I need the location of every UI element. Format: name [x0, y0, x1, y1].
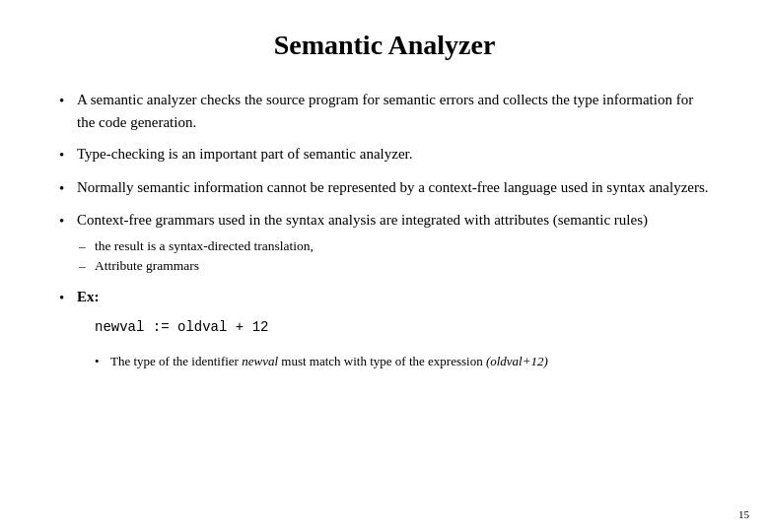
nested-dot: • [95, 352, 110, 371]
nested-bullet-block: • The type of the identifier newval must… [95, 352, 548, 371]
sub-text-4-2: Attribute grammars [95, 256, 199, 276]
nested-bullet-item: • The type of the identifier newval must… [95, 352, 548, 371]
ex-label: Ex: [77, 289, 100, 304]
nested-italic-2: (oldval+12) [486, 354, 548, 368]
bullet-text-4: Context-free grammars used in the syntax… [77, 209, 648, 232]
bullet-dot-4: • [59, 210, 77, 233]
sub-dot-4-1: – [79, 236, 95, 256]
nested-text-middle: must match with type of the expression [278, 354, 486, 368]
sub-dot-4-2: – [79, 256, 95, 276]
bullet-item-2: • Type-checking is an important part of … [59, 143, 710, 166]
bullet-text-1: A semantic analyzer checks the source pr… [77, 89, 710, 133]
code-block: newval := oldval + 12 [95, 317, 268, 338]
bullet-dot-2: • [59, 144, 77, 166]
slide-title: Semantic Analyzer [59, 30, 710, 61]
slide: Semantic Analyzer • A semantic analyzer … [0, 0, 769, 532]
nested-italic-1: newval [242, 354, 278, 368]
sub-bullet-list-4: – the result is a syntax-directed transl… [59, 236, 314, 277]
bullet-item-4: • Context-free grammars used in the synt… [59, 209, 710, 276]
bullet-item-3: • Normally semantic information cannot b… [59, 176, 710, 200]
bullet-dot-3: • [59, 177, 77, 200]
page-number: 15 [738, 508, 749, 520]
slide-content: • A semantic analyzer checks the source … [59, 89, 710, 370]
bullet-text-2: Type-checking is an important part of se… [77, 143, 710, 166]
sub-bullet-4-1: – the result is a syntax-directed transl… [79, 236, 314, 256]
bullet-item-1: • A semantic analyzer checks the source … [59, 89, 710, 133]
nested-text-prefix: The type of the identifier [110, 354, 242, 368]
bullet-dot-1: • [59, 90, 77, 112]
bullet-text-3: Normally semantic information cannot be … [77, 176, 710, 199]
bullet-item-5: • Ex: newval := oldval + 12 • The type o… [59, 286, 710, 370]
bullet-text-5: Ex: [77, 286, 100, 308]
sub-text-4-1: the result is a syntax-directed translat… [95, 236, 314, 256]
sub-bullet-4-2: – Attribute grammars [79, 256, 314, 276]
main-bullet-list: • A semantic analyzer checks the source … [59, 89, 710, 370]
bullet-dot-5: • [59, 287, 77, 309]
nested-text: The type of the identifier newval must m… [110, 352, 548, 371]
